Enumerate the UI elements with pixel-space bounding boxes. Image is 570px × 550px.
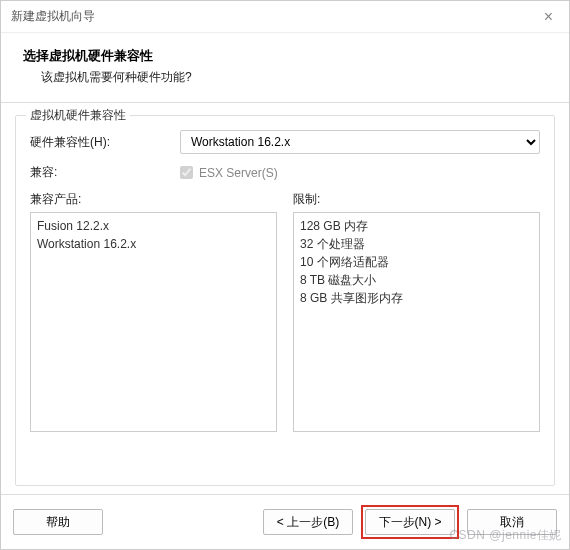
limits-column: 限制: 128 GB 内存32 个处理器10 个网络适配器8 TB 磁盘大小8 … (293, 191, 540, 432)
close-icon[interactable]: × (538, 8, 559, 26)
header-title: 选择虚拟机硬件兼容性 (23, 47, 547, 65)
esx-checkbox-wrap: ESX Server(S) (180, 166, 278, 180)
compat-row: 兼容: ESX Server(S) (30, 164, 540, 181)
esx-checkbox-label: ESX Server(S) (199, 166, 278, 180)
list-item[interactable]: 128 GB 内存 (300, 217, 533, 235)
list-item[interactable]: 8 TB 磁盘大小 (300, 271, 533, 289)
list-item[interactable]: Fusion 12.2.x (37, 217, 270, 235)
footer: 帮助 < 上一步(B) 下一步(N) > 取消 (1, 494, 569, 549)
lists-row: 兼容产品: Fusion 12.2.xWorkstation 16.2.x 限制… (30, 191, 540, 432)
fieldset-legend: 虚拟机硬件兼容性 (26, 107, 130, 124)
list-item[interactable]: Workstation 16.2.x (37, 235, 270, 253)
list-item[interactable]: 8 GB 共享图形内存 (300, 289, 533, 307)
back-button[interactable]: < 上一步(B) (263, 509, 353, 535)
limits-label: 限制: (293, 191, 540, 208)
list-item[interactable]: 32 个处理器 (300, 235, 533, 253)
content-area: 虚拟机硬件兼容性 硬件兼容性(H): Workstation 16.2.x 兼容… (1, 103, 569, 494)
wizard-dialog: 新建虚拟机向导 × 选择虚拟机硬件兼容性 该虚拟机需要何种硬件功能? 虚拟机硬件… (0, 0, 570, 550)
products-column: 兼容产品: Fusion 12.2.xWorkstation 16.2.x (30, 191, 277, 432)
products-label: 兼容产品: (30, 191, 277, 208)
help-button[interactable]: 帮助 (13, 509, 103, 535)
hw-compat-row: 硬件兼容性(H): Workstation 16.2.x (30, 130, 540, 154)
hw-compat-label: 硬件兼容性(H): (30, 134, 180, 151)
compat-label: 兼容: (30, 164, 180, 181)
compat-fieldset: 虚拟机硬件兼容性 硬件兼容性(H): Workstation 16.2.x 兼容… (15, 115, 555, 486)
list-item[interactable]: 10 个网络适配器 (300, 253, 533, 271)
next-button-highlight: 下一步(N) > (361, 505, 459, 539)
cancel-button[interactable]: 取消 (467, 509, 557, 535)
esx-checkbox (180, 166, 193, 179)
window-title: 新建虚拟机向导 (11, 8, 95, 25)
titlebar: 新建虚拟机向导 × (1, 1, 569, 33)
next-button[interactable]: 下一步(N) > (365, 509, 455, 535)
hw-compat-select[interactable]: Workstation 16.2.x (180, 130, 540, 154)
nav-button-group: < 上一步(B) 下一步(N) > 取消 (263, 505, 557, 539)
products-listbox[interactable]: Fusion 12.2.xWorkstation 16.2.x (30, 212, 277, 432)
wizard-header: 选择虚拟机硬件兼容性 该虚拟机需要何种硬件功能? (1, 33, 569, 103)
header-subtitle: 该虚拟机需要何种硬件功能? (23, 69, 547, 86)
limits-listbox[interactable]: 128 GB 内存32 个处理器10 个网络适配器8 TB 磁盘大小8 GB 共… (293, 212, 540, 432)
